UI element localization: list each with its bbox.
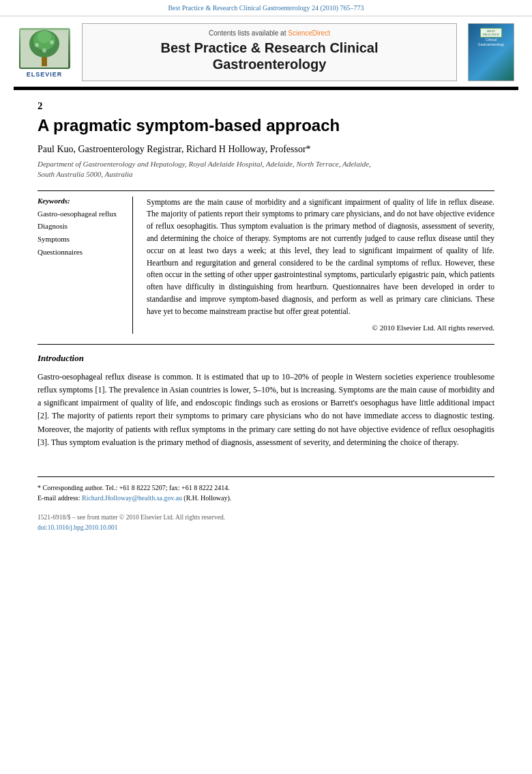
email-note: (R.H. Holloway). [183, 494, 231, 502]
keyword-item: Diagnosis [38, 220, 125, 233]
svg-point-5 [35, 43, 39, 47]
top-divider [38, 190, 494, 191]
contents-line: Contents lists available at ScienceDirec… [91, 29, 448, 37]
contents-text: Contents lists available at [209, 29, 286, 37]
corresponding-text: * Corresponding author. Tel.: +61 8 8222… [38, 484, 230, 491]
svg-rect-1 [42, 56, 47, 66]
journal-name-box: Contents lists available at ScienceDirec… [82, 23, 457, 81]
intro-paragraph: Gastro-oesophageal reflux disease is com… [38, 371, 494, 449]
article-content: 2 A pragmatic symptom-based approach Pau… [0, 90, 532, 466]
abstract-body: Symptoms are the main cause of morbidity… [147, 198, 494, 315]
intro-heading: Introduction [38, 353, 494, 364]
email-line: E-mail address: Richard.Holloway@health.… [38, 493, 494, 503]
bottom-info: 1521-6918/$ – see front matter © 2010 El… [0, 508, 532, 540]
corresponding-note: * Corresponding author. Tel.: +61 8 8222… [38, 483, 494, 493]
elsevier-logo: ELSEVIER [14, 23, 75, 81]
section-divider [38, 344, 494, 345]
abstract-section: Keywords: Gastro-oesophageal reflux Diag… [38, 197, 494, 334]
svg-point-6 [50, 40, 54, 44]
email-link[interactable]: Richard.Holloway@health.sa.gov.au [82, 494, 182, 502]
abstract-text: Symptoms are the main cause of morbidity… [147, 197, 494, 334]
sciencedirect-link[interactable]: ScienceDirect [288, 29, 330, 37]
email-label: E-mail address: [38, 494, 82, 502]
keyword-item: Gastro-oesophageal reflux [38, 207, 125, 220]
journal-cover-image: BESTPRACTICE ClinicalGastroenterology [468, 23, 514, 81]
affiliation: Department of Gastroenterology and Hepat… [38, 159, 494, 180]
keywords-list: Gastro-oesophageal reflux Diagnosis Symp… [38, 207, 125, 259]
authors: Paul Kuo, Gastroenterology Registrar, Ri… [38, 144, 494, 155]
page: Best Practice & Research Clinical Gastro… [0, 0, 532, 774]
elsevier-tree-image [19, 28, 70, 69]
copyright: © 2010 Elsevier Ltd. All rights reserved… [147, 322, 494, 334]
article-number: 2 [38, 100, 494, 112]
citation-text: Best Practice & Research Clinical Gastro… [168, 4, 364, 12]
svg-point-7 [42, 48, 46, 53]
journal-title: Best Practice & Research ClinicalGastroe… [91, 40, 448, 72]
keywords-column: Keywords: Gastro-oesophageal reflux Diag… [38, 197, 133, 334]
cover-badge: BESTPRACTICE [480, 28, 502, 38]
keyword-item: Questionnaires [38, 246, 125, 259]
keywords-title: Keywords: [38, 197, 125, 205]
elsevier-text: ELSEVIER [27, 71, 63, 78]
cover-text: ClinicalGastroenterology [478, 38, 504, 46]
doi-link[interactable]: doi:10.1016/j.bpg.2010.10.001 [38, 524, 117, 531]
svg-point-4 [38, 31, 51, 43]
keyword-item: Symptoms [38, 233, 125, 246]
article-title: A pragmatic symptom-based approach [38, 116, 494, 136]
tree-svg [20, 30, 68, 68]
journal-citation: Best Practice & Research Clinical Gastro… [0, 0, 532, 16]
footnote: * Corresponding author. Tel.: +61 8 8222… [0, 477, 532, 508]
journal-header: ELSEVIER Contents lists available at Sci… [0, 16, 532, 81]
issn-line: 1521-6918/$ – see front matter © 2010 El… [38, 513, 494, 523]
journal-cover-box: BESTPRACTICE ClinicalGastroenterology [464, 23, 518, 81]
doi-line: doi:10.1016/j.bpg.2010.10.001 [38, 523, 494, 533]
